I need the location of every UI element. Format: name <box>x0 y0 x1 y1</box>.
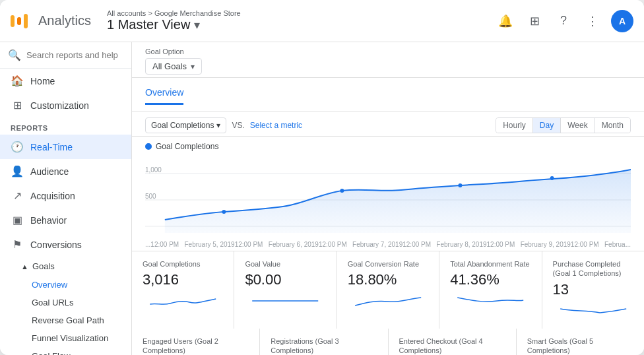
topbar: Analytics All accounts > Google Merchand… <box>0 0 644 42</box>
xaxis-label-1: 12:00 PM February 5, 2019 <box>150 241 234 248</box>
metric-title2-1: Registrations (Goal 3 Completions) <box>271 337 377 355</box>
time-btn-month[interactable]: Month <box>595 118 630 133</box>
app-title: Analytics <box>38 13 91 28</box>
sidebar-item-label: Acquisition <box>30 191 75 201</box>
search-input[interactable] <box>26 50 123 60</box>
avatar[interactable]: A <box>611 10 633 32</box>
metric-value-3: 41.36% <box>450 271 531 288</box>
behavior-icon: ▣ <box>11 214 24 226</box>
time-btn-week[interactable]: Week <box>561 118 595 133</box>
metrics-grid-row1: Goal Completions 3,016 Goal Value $0.00 … <box>132 251 644 329</box>
goal-dropdown[interactable]: All Goals ▾ <box>145 58 202 75</box>
sparkline-2 <box>348 291 428 311</box>
sidebar-sub-goal-urls[interactable]: Goal URLs <box>0 294 131 311</box>
chart-legend: Goal Completions <box>145 139 631 154</box>
metrics-grid-row2: Engaged Users (Goal 2 Completions) 1,677… <box>132 329 644 355</box>
metric-card-4: Purchase Completed (Goal 1 Completions) … <box>542 251 644 329</box>
time-btn-day[interactable]: Day <box>533 118 561 133</box>
sparkline-3 <box>450 291 531 311</box>
metric-title-2: Goal Conversion Rate <box>348 259 428 269</box>
sidebar: 🔍 🏠 Home ⊞ Customization REPORTS 🕐 Real-… <box>0 42 132 355</box>
sidebar-item-realtime[interactable]: 🕐 Real-Time <box>0 135 131 159</box>
metric-title2-2: Entered Checkout (Goal 4 Completions) <box>399 337 505 355</box>
time-buttons: Hourly Day Week Month <box>496 117 631 133</box>
breadcrumb-path: All accounts > Google Merchandise Store <box>107 9 487 17</box>
time-btn-hourly[interactable]: Hourly <box>496 118 533 133</box>
overview-section: Overview <box>132 78 644 112</box>
breadcrumb: All accounts > Google Merchandise Store … <box>107 9 487 32</box>
goal-option-label: Goal Option <box>145 48 631 55</box>
sparkline-0 <box>143 291 223 311</box>
sidebar-sub-funnel[interactable]: Funnel Visualization <box>0 329 131 347</box>
metric-title2-0: Engaged Users (Goal 2 Completions) <box>143 337 249 355</box>
app-wrapper: Analytics All accounts > Google Merchand… <box>0 0 644 355</box>
sidebar-item-acquisition[interactable]: ↗ Acquisition <box>0 183 131 208</box>
metric-dropdown-value: Goal Completions <box>151 121 214 130</box>
sidebar-item-label: Customization <box>30 100 89 111</box>
sidebar-item-audience[interactable]: 👤 Audience <box>0 159 131 183</box>
metric-title-1: Goal Value <box>245 259 325 269</box>
metric-dropdown[interactable]: Goal Completions ▾ <box>145 117 226 133</box>
goal-dropdown-value: All Goals <box>152 61 187 71</box>
svg-text:1,000: 1,000 <box>145 166 162 174</box>
metric-value-0: 3,016 <box>143 271 223 288</box>
svg-text:500: 500 <box>145 193 156 200</box>
xaxis-label-0: ... <box>145 241 150 248</box>
metric-card2-3: Smart Goals (Goal 5 Completions) 926 <box>517 329 644 355</box>
xaxis-label-6: 12:00 PM Februa... <box>571 241 631 248</box>
sidebar-item-conversions[interactable]: ⚑ Conversions <box>0 232 131 257</box>
metric-card-3: Total Abandonment Rate 41.36% <box>439 251 541 329</box>
sidebar-item-label: Audience <box>30 166 69 177</box>
metric-value-4: 13 <box>553 281 633 298</box>
logo-icon <box>11 14 28 28</box>
metric-value-1: $0.00 <box>245 271 325 288</box>
grid-icon[interactable]: ⊞ <box>524 11 545 32</box>
vs-label: VS. <box>232 121 244 130</box>
sidebar-sub-goals[interactable]: ▲ Goals <box>0 257 131 276</box>
metric-title2-3: Smart Goals (Goal 5 Completions) <box>527 337 633 355</box>
metric-dropdown-arrow: ▾ <box>216 121 220 130</box>
sidebar-item-label: Real-Time <box>30 142 73 152</box>
more-icon[interactable]: ⋮ <box>582 11 603 32</box>
svg-point-8 <box>550 176 554 180</box>
metric-value-2: 18.80% <box>348 271 428 288</box>
goals-label: Goals <box>32 261 55 271</box>
sidebar-item-label: Conversions <box>30 240 82 250</box>
conversions-icon: ⚑ <box>11 238 24 251</box>
svg-point-7 <box>458 183 462 187</box>
legend-dot <box>145 143 152 150</box>
view-dropdown-arrow[interactable]: ▾ <box>194 18 200 32</box>
breadcrumb-main: 1 Master View ▾ <box>107 17 487 32</box>
sidebar-item-label: Behavior <box>30 215 67 226</box>
sidebar-item-customization[interactable]: ⊞ Customization <box>0 93 131 117</box>
goal-dropdown-arrow: ▾ <box>191 62 195 71</box>
xaxis-label-3: 12:00 PM February 7, 2019 <box>319 241 402 248</box>
sidebar-sub-reverse-goal[interactable]: Reverse Goal Path <box>0 311 131 329</box>
content-area: Goal Option All Goals ▾ Overview Goal Co… <box>132 42 644 355</box>
sidebar-sub-overview[interactable]: Overview <box>0 276 131 294</box>
overview-tab[interactable]: Overview <box>145 82 183 105</box>
metric-card2-0: Engaged Users (Goal 2 Completions) 1,677 <box>132 329 259 355</box>
help-icon[interactable]: ? <box>553 11 574 32</box>
search-bar[interactable]: 🔍 <box>0 42 131 69</box>
realtime-icon: 🕐 <box>11 141 24 153</box>
xaxis-label-4: 12:00 PM February 8, 2019 <box>402 241 486 248</box>
customization-icon: ⊞ <box>11 99 24 112</box>
sidebar-item-home[interactable]: 🏠 Home <box>0 69 131 93</box>
select-metric-link[interactable]: Select a metric <box>250 121 302 130</box>
xaxis-label-2: 12:00 PM February 6, 2019 <box>235 241 319 248</box>
main-layout: 🔍 🏠 Home ⊞ Customization REPORTS 🕐 Real-… <box>0 42 644 355</box>
metric-card-0: Goal Completions 3,016 <box>132 251 234 329</box>
metric-title-4: Purchase Completed (Goal 1 Completions) <box>553 259 633 278</box>
legend-label: Goal Completions <box>156 142 218 151</box>
goal-option-bar: Goal Option All Goals ▾ <box>132 42 644 78</box>
sidebar-item-label: Home <box>30 76 55 86</box>
chart-xaxis: ... 12:00 PM February 5, 2019 12:00 PM F… <box>145 240 631 251</box>
xaxis-label-5: 12:00 PM February 9, 2019 <box>487 241 571 248</box>
metric-card-2: Goal Conversion Rate 18.80% <box>337 251 439 329</box>
notification-icon[interactable]: 🔔 <box>495 11 516 32</box>
sidebar-sub-goal-flow[interactable]: Goal Flow <box>0 347 131 355</box>
sidebar-item-behavior[interactable]: ▣ Behavior <box>0 208 131 232</box>
metric-title-0: Goal Completions <box>143 259 223 269</box>
chart-controls: Goal Completions ▾ VS. Select a metric H… <box>132 112 644 137</box>
